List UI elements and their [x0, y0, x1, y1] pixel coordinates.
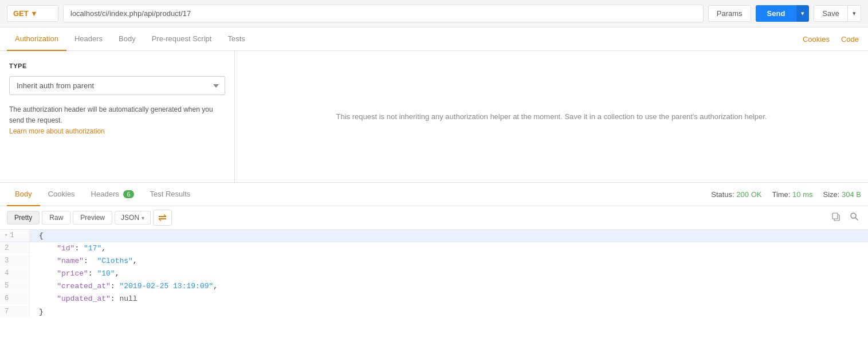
code-line-3: 3 "name": "Cloths", — [0, 255, 868, 268]
code-line-2: 2 "id": "17", — [0, 242, 868, 255]
line-content-7: } — [30, 306, 53, 319]
line-content-4: "price": "10", — [30, 268, 128, 280]
auth-description: The authorization header will be automat… — [9, 104, 225, 137]
line-num-5: 5 — [0, 280, 30, 292]
resp-tab-body[interactable]: Body — [7, 183, 40, 206]
params-button[interactable]: Params — [708, 5, 751, 22]
status-value: 200 OK — [736, 190, 761, 199]
request-tabs: Authorization Headers Body Pre-request S… — [0, 27, 868, 51]
line-number-7: 7 — [5, 306, 9, 317]
auth-left: TYPE Inherit auth from parent The author… — [0, 51, 235, 182]
svg-rect-1 — [832, 213, 838, 219]
auth-panel: TYPE Inherit auth from parent The author… — [0, 51, 868, 183]
code-line-4: 4 "price": "10", — [0, 268, 868, 280]
learn-more-link[interactable]: Learn more about authorization — [9, 127, 105, 135]
wrap-button[interactable]: ⇌ — [153, 210, 172, 226]
send-button[interactable]: Send — [756, 5, 797, 22]
pretty-button[interactable]: Pretty — [7, 211, 40, 225]
auth-type-label: TYPE — [9, 62, 225, 69]
method-label: GET — [13, 9, 29, 18]
line-number-1: 1 — [10, 230, 14, 241]
line-number-3: 3 — [5, 255, 9, 266]
method-select[interactable]: GET ▾ — [7, 5, 58, 22]
tab-pre-request-script[interactable]: Pre-request Script — [144, 27, 220, 51]
top-bar: GET ▾ Params Send ▾ Save ▾ — [0, 0, 868, 27]
line-num-7: 7 — [0, 306, 30, 317]
toolbar-right — [829, 211, 861, 225]
time-value: 10 ms — [792, 190, 812, 199]
send-dropdown-button[interactable]: ▾ — [796, 5, 809, 22]
search-icon — [850, 212, 859, 221]
tab-headers[interactable]: Headers — [66, 27, 111, 51]
line-number-6: 6 — [5, 293, 9, 304]
time-label: Time: 10 ms — [772, 190, 812, 199]
save-button[interactable]: Save — [814, 5, 848, 22]
size-value: 304 B — [842, 190, 861, 199]
line-num-3: 3 — [0, 255, 30, 266]
json-chevron-icon: ▾ — [142, 215, 144, 221]
line-number-5: 5 — [5, 280, 9, 292]
line-num-1: ▾ 1 — [0, 230, 30, 241]
search-button[interactable] — [847, 211, 861, 225]
resp-tab-test-results[interactable]: Test Results — [142, 183, 199, 206]
auth-right: This request is not inheriting any autho… — [235, 51, 868, 182]
code-line-7: 7 } — [0, 306, 868, 319]
line-content-5: "created_at": "2019-02-25 13:19:09", — [30, 280, 227, 293]
response-status-bar: Status: 200 OK Time: 10 ms Size: 304 B — [711, 190, 861, 199]
url-input[interactable] — [63, 5, 704, 22]
tab-body[interactable]: Body — [111, 27, 144, 51]
line-toggle-1[interactable]: ▾ — [5, 231, 7, 240]
auth-type-select[interactable]: Inherit auth from parent — [9, 76, 225, 95]
copy-button[interactable] — [829, 211, 843, 225]
line-number-4: 4 — [5, 268, 9, 279]
tab-authorization[interactable]: Authorization — [7, 27, 66, 51]
save-dropdown-button[interactable]: ▾ — [848, 5, 861, 22]
line-content-3: "name": "Cloths", — [30, 255, 147, 268]
resp-tab-cookies[interactable]: Cookies — [40, 183, 83, 206]
svg-line-3 — [855, 218, 858, 220]
send-btn-group: Send ▾ — [756, 5, 810, 22]
response-tabs: Body Cookies Headers 6 Test Results Stat… — [0, 183, 868, 206]
code-line-6: 6 "updated_at": null — [0, 293, 868, 305]
line-num-4: 4 — [0, 268, 30, 279]
code-area: ▾ 1 { 2 "id": "17", 3 "name": "Cloths", … — [0, 230, 868, 319]
line-num-2: 2 — [0, 242, 30, 254]
code-link[interactable]: Code — [839, 28, 861, 50]
preview-button[interactable]: Preview — [73, 211, 112, 225]
status-label: Status: 200 OK — [711, 190, 761, 199]
line-content-1: { — [30, 230, 53, 242]
method-chevron-icon: ▾ — [32, 9, 36, 18]
size-label: Size: 304 B — [823, 190, 861, 199]
headers-badge: 6 — [123, 190, 133, 198]
line-number-2: 2 — [5, 242, 9, 254]
wrap-icon: ⇌ — [158, 213, 167, 223]
save-btn-group: Save ▾ — [814, 5, 861, 22]
line-content-2: "id": "17", — [30, 242, 115, 255]
code-line-1: ▾ 1 { — [0, 230, 868, 242]
code-line-5: 5 "created_at": "2019-02-25 13:19:09", — [0, 280, 868, 293]
tab-tests[interactable]: Tests — [219, 27, 253, 51]
cookies-link[interactable]: Cookies — [800, 28, 832, 50]
json-format-select[interactable]: JSON ▾ — [115, 211, 151, 225]
body-toolbar: Pretty Raw Preview JSON ▾ ⇌ — [0, 206, 868, 230]
request-tab-right: Cookies Code — [800, 28, 861, 50]
json-label: JSON — [121, 214, 139, 222]
resp-tab-headers[interactable]: Headers 6 — [83, 183, 142, 206]
auth-helper-message: This request is not inheriting any autho… — [336, 111, 767, 123]
copy-icon — [831, 212, 840, 221]
line-content-6: "updated_at": null — [30, 293, 147, 305]
line-num-6: 6 — [0, 293, 30, 304]
raw-button[interactable]: Raw — [42, 211, 70, 225]
